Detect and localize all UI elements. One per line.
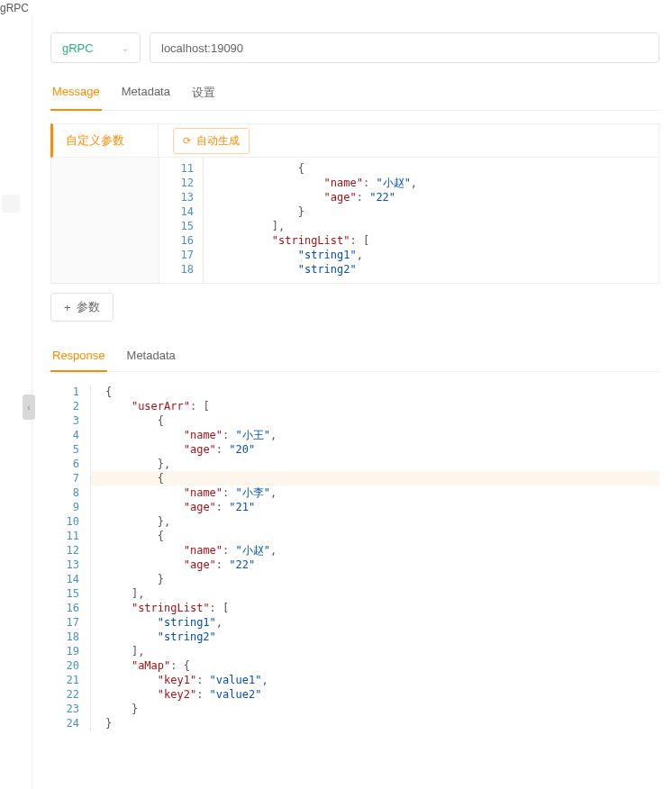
code-line: ], [220,219,658,233]
code-line: "string1", [105,615,659,630]
code-line: "age": "21" [105,500,659,514]
code-line: "string2" [105,630,659,644]
code-line: "age": "22" [105,558,659,572]
protocol-value: gRPC [62,41,94,55]
line-number: 11 [159,161,194,176]
left-rail-item[interactable] [2,195,20,213]
code-line: } [105,702,659,716]
line-number: 16 [50,601,79,615]
code-line: ], [105,644,659,658]
code-line: }, [105,514,659,529]
line-number: 5 [50,442,79,457]
line-number: 19 [50,644,79,658]
code-line: } [220,204,658,219]
tab-response-metadata[interactable]: Metadata [125,341,177,371]
line-number: 13 [50,558,79,572]
code-line: "string2" [220,262,658,277]
custom-params-label[interactable]: 自定义参数 [50,123,159,158]
tab-request-设置[interactable]: 设置 [190,77,217,110]
line-number: 2 [50,399,79,413]
response-editor[interactable]: { "userArr": [ { "name": "小王", "age": "2… [90,385,659,730]
line-number: 4 [50,428,79,442]
code-line: { [105,529,659,543]
chevron-left-icon: ‹ [27,403,30,413]
endpoint-input[interactable] [150,32,659,63]
line-number: 6 [50,457,79,471]
line-number: 3 [50,413,79,428]
code-line: ], [105,586,659,601]
plus-icon: + [64,301,71,314]
line-number: 8 [50,485,79,500]
auto-generate-button[interactable]: ⟳ 自动生成 [173,128,250,154]
tab-request-metadata[interactable]: Metadata [120,77,172,110]
auto-gen-area: ⟳ 自动生成 [159,123,659,158]
line-number: 18 [50,630,79,644]
code-line: }, [105,457,659,471]
line-number: 11 [50,529,79,543]
code-line: "stringList": [ [105,601,659,615]
code-line: } [105,716,659,730]
tab-request-message[interactable]: Message [50,77,102,110]
response-tabs: ResponseMetadata [50,341,659,372]
code-line: "userArr": [ [105,399,659,413]
line-number: 7 [50,471,79,485]
request-editor[interactable]: 1112131415161718 { "name": "小赵", "age": … [159,158,658,283]
code-line: } [105,572,659,586]
code-line: { [220,161,658,176]
breadcrumb-label: gRPC [0,0,672,16]
line-number: 9 [50,500,79,514]
code-line: "key1": "value1", [105,673,659,687]
code-line: "string1", [220,248,658,262]
line-number: 1 [50,385,79,399]
line-number: 24 [50,716,79,730]
refresh-icon: ⟳ [183,135,191,147]
request-tabs: MessageMetadata设置 [50,77,659,111]
protocol-select[interactable]: gRPC ⌄ [50,32,141,63]
add-param-button[interactable]: + 参数 [50,293,114,322]
code-line: "key2": "value2" [105,687,659,702]
line-number: 16 [159,233,194,248]
line-number: 23 [50,702,79,716]
chevron-down-icon: ⌄ [122,43,129,53]
line-number: 17 [159,248,194,262]
code-line: "aMap": { [105,658,659,673]
params-tree-panel [51,158,159,283]
line-number: 13 [159,190,194,204]
auto-generate-label: 自动生成 [196,133,240,149]
code-line: "age": "22" [220,190,658,204]
line-number: 14 [50,572,79,586]
code-line: { [105,413,659,428]
line-number: 15 [50,586,79,601]
code-line: { [105,471,659,485]
tab-response-response[interactable]: Response [50,341,107,371]
line-number: 12 [159,176,194,190]
line-number: 22 [50,687,79,702]
code-line: "name": "小李", [105,485,659,500]
code-line: { [105,385,659,399]
line-number: 18 [159,262,194,277]
code-line: "name": "小赵", [105,543,659,558]
code-line: "name": "小王", [105,428,659,442]
collapse-handle[interactable]: ‹ [23,394,35,420]
line-number: 14 [159,204,194,219]
code-line: "age": "20" [105,442,659,457]
line-number: 17 [50,615,79,630]
line-number: 15 [159,219,194,233]
line-number: 21 [50,673,79,687]
code-line: "name": "小赵", [220,176,658,190]
line-number: 10 [50,514,79,529]
line-number: 20 [50,658,79,673]
code-line: "stringList": [ [220,233,658,248]
line-number: 12 [50,543,79,558]
add-param-label: 参数 [77,299,100,315]
